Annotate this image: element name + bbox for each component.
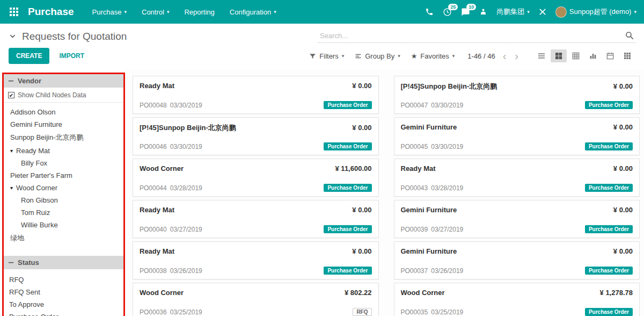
checkbox-label: Show Child Nodes Data <box>18 91 86 99</box>
graph-view-button[interactable] <box>585 49 601 62</box>
favorites-dropdown[interactable]: ★ Favorites ▾ <box>411 52 455 60</box>
pager-value[interactable]: 1-46 / 46 <box>467 52 495 60</box>
user-menu[interactable]: Sunpop超管 (demo) ▾ <box>555 6 636 18</box>
filter-label: Purchase Order <box>9 313 58 316</box>
filter-label: Gemini Furniture <box>10 120 62 128</box>
menu-reporting[interactable]: Reporting <box>184 8 214 16</box>
filter-label: Wood Corner <box>16 184 57 192</box>
user-avatar <box>555 6 567 18</box>
vendor-filter-item[interactable]: Gemini Furniture <box>4 118 123 131</box>
vendor-filter-item[interactable]: Sunpop Beijin-北京尚鹏 <box>4 131 123 145</box>
breadcrumb-chevron-icon[interactable] <box>9 32 17 40</box>
card-vendor-name: [P!45]Sunpop Beijin-北京尚鹏 <box>401 82 503 91</box>
graph-view-icon <box>589 52 597 60</box>
kanban-card[interactable]: Wood Corner¥ 1,278.78 PO0003503/25/2019P… <box>394 283 640 316</box>
company-switcher[interactable]: 尚鹏集团 ▾ <box>496 7 530 17</box>
filters-dropdown[interactable]: Filters ▾ <box>309 52 344 60</box>
menu-purchase[interactable]: Purchase ▾ <box>92 8 127 16</box>
kanban-card[interactable]: Ready Mat¥ 0.00 PO0003803/26/2019Purchas… <box>133 241 379 279</box>
pager-next-icon[interactable]: › <box>514 51 519 61</box>
card-amount: ¥ 0.00 <box>613 82 633 90</box>
vendor-filter-item[interactable]: Billy Fox <box>4 157 123 169</box>
tools-button[interactable] <box>539 8 546 16</box>
card-reference: PO00038 <box>140 267 167 275</box>
kanban-card[interactable]: Ready Mat¥ 0.00 PO0004003/27/2019Purchas… <box>133 200 379 238</box>
card-amount: ¥ 0.00 <box>352 247 371 255</box>
search-input[interactable] <box>319 31 625 40</box>
vendor-filter-item[interactable]: ▾ Ready Mat <box>4 145 123 157</box>
import-button[interactable]: IMPORT <box>56 52 87 60</box>
kanban-view-button[interactable] <box>551 49 567 62</box>
search-icon[interactable] <box>625 31 634 40</box>
control-panel-bottom: CREATE IMPORT Filters ▾ Group By ▾ ★ Fav… <box>0 44 644 69</box>
card-reference: PO00036 <box>140 308 167 316</box>
pager-previous-icon[interactable]: ‹ <box>502 51 508 61</box>
status-section-header[interactable]: Status <box>4 256 123 269</box>
kanban-card[interactable]: Ready Mat¥ 0.00 PO0004803/30/2019Purchas… <box>133 76 379 114</box>
card-date: 03/30/2019 <box>431 143 463 150</box>
vendor-filter-item[interactable]: Willie Burke <box>4 219 123 231</box>
status-filter-item[interactable]: To Approve <box>4 298 123 311</box>
caret-down-icon: ▾ <box>527 10 530 15</box>
messages-button[interactable]: 10 <box>461 8 470 17</box>
page-title: Requests for Quotation <box>22 31 127 42</box>
kanban-card[interactable]: Wood Corner¥ 11,600.00 PO0004403/28/2019… <box>133 159 379 197</box>
kanban-card[interactable]: Ready Mat¥ 0.00 PO0004303/28/2019Purchas… <box>394 159 640 197</box>
kanban-card[interactable]: Gemini Furniture¥ 0.00 PO0004503/30/2019… <box>394 117 640 155</box>
filter-funnel-icon <box>309 53 316 60</box>
card-amount: ¥ 802.22 <box>345 289 372 297</box>
kanban-card[interactable]: Gemini Furniture¥ 0.00 PO0003903/27/2019… <box>394 200 640 238</box>
view-switcher <box>533 49 635 62</box>
vendor-filter-item[interactable]: Ron Gibson <box>4 194 123 206</box>
search-panel: Vendor ✔ Show Child Nodes Data Addison O… <box>4 74 123 316</box>
filter-label: 绿地 <box>10 233 24 243</box>
menu-control[interactable]: Control ▾ <box>142 8 169 16</box>
status-filter-item[interactable]: RFQ Sent <box>4 286 123 298</box>
caret-down-icon[interactable]: ▾ <box>10 185 13 191</box>
vendor-filter-item[interactable]: Pieter Parter's Farm <box>4 169 123 182</box>
card-vendor-name: Gemini Furniture <box>401 123 463 131</box>
message-count-badge: 10 <box>466 4 476 11</box>
status-filter-item[interactable]: RFQ <box>4 274 123 286</box>
activities-button[interactable]: 25 <box>443 8 452 17</box>
card-vendor-name: Ready Mat <box>140 247 180 255</box>
list-view-button[interactable] <box>533 49 550 62</box>
filter-label: RFQ <box>9 276 24 284</box>
card-amount: ¥ 0.00 <box>613 123 633 131</box>
kanban-card[interactable]: Wood Corner¥ 802.22 PO0003603/25/2019RFQ <box>133 283 379 316</box>
status-filter-item[interactable]: Purchase Order <box>4 311 123 316</box>
card-vendor-name: Ready Mat <box>140 82 180 90</box>
app-title[interactable]: Purchase <box>28 6 74 18</box>
card-amount: ¥ 0.00 <box>352 124 371 132</box>
vendor-filter-item[interactable]: 绿地 <box>4 231 123 245</box>
vendor-filter-item[interactable]: Addison Olson <box>4 106 123 118</box>
vendor-filter-item[interactable]: ▾ Wood Corner <box>4 182 123 194</box>
card-status-badge: Purchase Order <box>585 142 633 150</box>
menu-label: Purchase <box>92 8 122 16</box>
vendor-filter-item[interactable]: Tom Ruiz <box>4 206 123 219</box>
kanban-card[interactable]: [P!45]Sunpop Beijin-北京尚鹏¥ 0.00 PO0004603… <box>133 117 379 155</box>
phone-button[interactable] <box>425 8 434 16</box>
status-section: Status RFQ RFQ Sent To Approve Purchase … <box>4 256 123 316</box>
kanban-view: Ready Mat¥ 0.00 PO0004803/30/2019Purchas… <box>125 69 644 316</box>
caret-down-icon[interactable]: ▾ <box>10 148 13 154</box>
kanban-card[interactable]: [P!45]Sunpop Beijin-北京尚鹏¥ 0.00 PO0004703… <box>394 76 640 114</box>
filter-label: Sunpop Beijin-北京尚鹏 <box>10 133 84 142</box>
grid-view-button[interactable] <box>619 49 635 62</box>
card-reference: PO00037 <box>401 267 428 275</box>
person-button[interactable] <box>479 8 487 16</box>
collapse-section-icon <box>8 78 14 84</box>
calendar-view-button[interactable] <box>602 49 618 62</box>
create-button[interactable]: CREATE <box>9 48 49 64</box>
pivot-view-button[interactable] <box>568 49 584 62</box>
show-child-nodes-checkbox[interactable]: ✔ Show Child Nodes Data <box>4 88 123 103</box>
filter-label: Addison Olson <box>10 108 56 116</box>
menu-configuration[interactable]: Configuration ▾ <box>230 8 276 16</box>
search-bar <box>318 30 635 43</box>
apps-menu-button[interactable] <box>8 5 20 18</box>
vendor-section-header[interactable]: Vendor <box>4 74 123 88</box>
group-by-dropdown[interactable]: Group By ▾ <box>355 52 400 60</box>
card-date: 03/30/2019 <box>170 143 202 150</box>
card-status-badge: Purchase Order <box>324 142 371 150</box>
kanban-card[interactable]: Gemini Furniture¥ 0.00 PO0003703/26/2019… <box>394 241 640 279</box>
